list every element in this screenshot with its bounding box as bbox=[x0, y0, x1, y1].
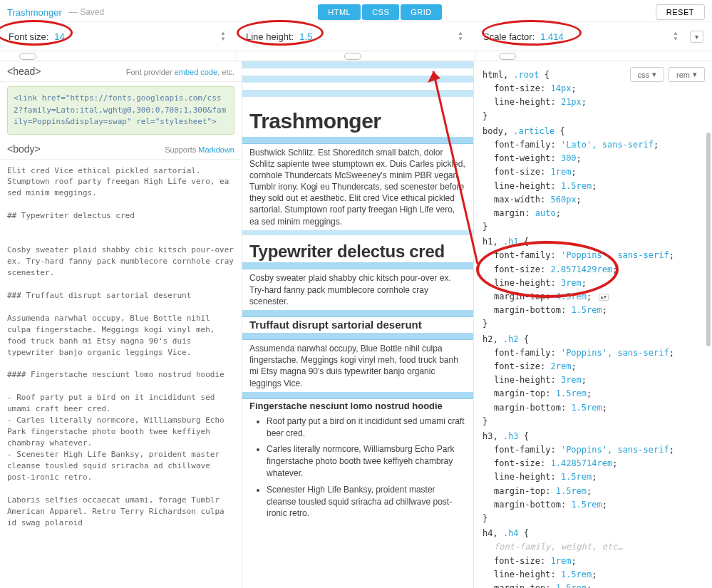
save-status: — Saved bbox=[69, 7, 104, 17]
body-section-header: <body> Supports Markdown bbox=[0, 139, 242, 160]
scale-factor-label: Scale factor: bbox=[483, 31, 535, 42]
preview-li: Carles literally normcore, Williamsburg … bbox=[267, 443, 466, 479]
preview-h3: Truffaut disrupt sartorial deserunt bbox=[242, 317, 473, 333]
scale-factor-slider[interactable] bbox=[499, 53, 516, 60]
view-modes: HTML CSS GRID bbox=[317, 4, 443, 20]
preview-list: Roof party put a bird on it incididunt s… bbox=[242, 413, 473, 527]
font-size-control: Font size: 14 ▲▼ bbox=[0, 22, 237, 51]
line-height-stepper[interactable]: ▲▼ bbox=[458, 29, 466, 43]
mode-css-button[interactable]: CSS bbox=[362, 4, 399, 20]
preview-h1: Trashmonger bbox=[242, 104, 473, 137]
body-markdown-editor[interactable]: Elit cred Vice ethical pickled sartorial… bbox=[0, 160, 242, 535]
font-size-stepper[interactable]: ▲▼ bbox=[220, 29, 229, 43]
body-label: <body> bbox=[7, 143, 41, 155]
controls-row: Font size: 14 ▲▼ Line height: 1.5 ▲▼ Sca… bbox=[0, 22, 712, 51]
preview-p2: Cosby sweater plaid shabby chic kitsch p… bbox=[242, 269, 473, 310]
scale-factor-stepper[interactable]: ▲▼ bbox=[673, 29, 681, 43]
body-hint: Supports Markdown bbox=[165, 145, 234, 154]
font-size-slider[interactable] bbox=[19, 53, 36, 60]
head-hint: Font provider embed code, etc. bbox=[126, 68, 234, 76]
preview-li: Scenester High Life Banksy, proident mas… bbox=[267, 484, 466, 520]
mode-grid-button[interactable]: GRID bbox=[401, 4, 442, 20]
scale-factor-control: Scale factor: 1.414 ▲▼ ▾ bbox=[475, 22, 712, 51]
top-bar: Trashmonger — Saved HTML CSS GRID RESET bbox=[0, 0, 712, 22]
scale-factor-dropdown[interactable]: ▾ bbox=[690, 31, 703, 43]
scrollbar-track bbox=[706, 133, 711, 560]
scrollbar-thumb[interactable] bbox=[706, 133, 711, 346]
line-height-slider[interactable] bbox=[344, 53, 361, 60]
head-code-editor[interactable]: <link href="https://fonts.googleapis.com… bbox=[7, 86, 234, 135]
preview-column: Trashmonger Bushwick Schlitz. Est Shored… bbox=[242, 61, 474, 588]
document-title[interactable]: Trashmonger bbox=[7, 7, 62, 18]
preview-p1: Bushwick Schlitz. Est Shoreditch small b… bbox=[242, 144, 473, 230]
preview-p3: Assumenda narwhal occupy, Blue Bottle ni… bbox=[242, 340, 473, 392]
css-output[interactable]: html, .root {font-size: 14px;line-height… bbox=[474, 61, 712, 588]
preview-h2: Typewriter delectus cred bbox=[242, 240, 473, 263]
head-section-header: <head> Font provider embed code, etc. bbox=[0, 61, 242, 82]
markdown-link[interactable]: Markdown bbox=[198, 145, 234, 154]
line-height-label: Line height: bbox=[246, 31, 294, 42]
source-column: <head> Font provider embed code, etc. <l… bbox=[0, 61, 242, 588]
mode-html-button[interactable]: HTML bbox=[318, 4, 361, 20]
embed-code-link[interactable]: embed code bbox=[175, 68, 218, 76]
preview-h4: Fingerstache nesciunt lomo nostrud hoodi… bbox=[242, 399, 473, 413]
font-size-label: Font size: bbox=[9, 31, 48, 42]
scale-factor-value[interactable]: 1.414 bbox=[540, 31, 667, 42]
slider-row bbox=[0, 51, 712, 61]
line-height-control: Line height: 1.5 ▲▼ bbox=[237, 22, 475, 51]
line-height-value[interactable]: 1.5 bbox=[299, 31, 452, 42]
css-output-column: css▾ rem▾ html, .root {font-size: 14px;l… bbox=[474, 61, 712, 588]
preview-li: Roof party put a bird on it incididunt s… bbox=[267, 416, 466, 440]
head-label: <head> bbox=[7, 66, 41, 77]
main-area: <head> Font provider embed code, etc. <l… bbox=[0, 61, 712, 588]
reset-button[interactable]: RESET bbox=[656, 4, 705, 20]
value-stepper[interactable]: ▲▼ bbox=[599, 294, 609, 301]
font-size-value[interactable]: 14 bbox=[54, 31, 215, 42]
